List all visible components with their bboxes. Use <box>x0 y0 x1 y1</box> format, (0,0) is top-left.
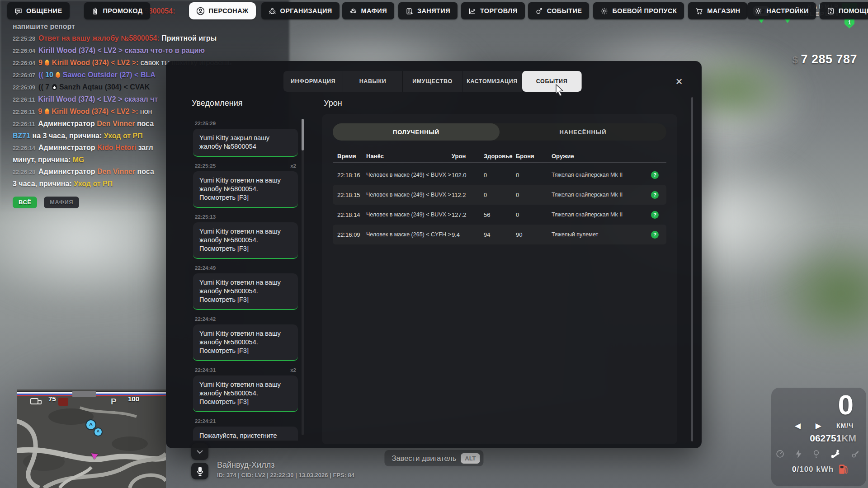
tab-customization[interactable]: КАСТОМИЗАЦИЯ <box>462 71 522 92</box>
damage-table-row: 22:18:14 Человек в маске (249) < BUVX > … <box>333 205 666 225</box>
notification-item[interactable]: 22:24:42 Yumi Kitty ответил на вашу жало… <box>193 316 298 361</box>
odometer: 062751KM <box>810 433 856 444</box>
info-icon[interactable]: ? <box>651 211 659 219</box>
property-marker <box>58 398 68 406</box>
tab-skills[interactable]: НАВЫКИ <box>343 71 403 92</box>
chart-icon <box>468 7 476 15</box>
nav-trade-button[interactable]: ТОРГОВЛЯ <box>461 2 525 19</box>
tab-information[interactable]: ИНФОРМАЦИЯ <box>283 71 343 92</box>
notification-item[interactable]: 22:25:29 Yumi Kitty закрыл вашу жалобу №… <box>193 121 298 157</box>
tab-property[interactable]: ИМУЩЕСТВО <box>403 71 462 92</box>
gear-icon <box>755 7 762 15</box>
chat-icon <box>14 7 22 15</box>
damage-panel: ПОЛУЧЕННЫЙ НАНЕСЁННЫЙ Время Нанёс Урон З… <box>322 114 677 444</box>
engine-gauge-icon <box>776 450 784 458</box>
modal-tabs: ИНФОРМАЦИЯ НАВЫКИ ИМУЩЕСТВО КАСТОМИЗАЦИЯ… <box>283 71 582 92</box>
parking-marker: P <box>111 397 117 407</box>
chat-filter-mafia[interactable]: МАФИЯ <box>44 197 79 208</box>
chat-filter-all[interactable]: ВСЁ <box>13 197 37 208</box>
nav-character-button[interactable]: ПЕРСОНАЖ <box>189 2 256 19</box>
damage-table-row: 22:16:09 Человек в маске (265) < CYFH > … <box>333 225 666 244</box>
burst-icon <box>600 7 608 15</box>
speed-unit: КМ/Ч <box>836 422 854 429</box>
close-icon[interactable]: × <box>671 74 687 89</box>
info-icon[interactable]: ? <box>651 231 659 239</box>
top-nav: ОБЩЕНИЕ ПРОМОКОД ПЕРСОНАЖ ОРГАНИЗАЦИЯ МА… <box>0 0 868 22</box>
money-display: $7 285 787 <box>793 52 857 66</box>
organization-icon <box>269 7 276 15</box>
character-events-modal: ИНФОРМАЦИЯ НАВЫКИ ИМУЩЕСТВО КАСТОМИЗАЦИЯ… <box>166 61 702 448</box>
question-icon <box>827 7 835 15</box>
start-engine-prompt[interactable]: Завести двигатель ALT <box>384 450 483 466</box>
lightbulb-icon <box>813 450 820 458</box>
flame-icon <box>56 72 60 78</box>
damage-table-row: 22:18:15 Человек в маске (249) < BUVX > … <box>333 185 666 205</box>
minimap-value-100: 100 <box>128 395 139 403</box>
nav-battlepass-button[interactable]: БОЕВОЙ ПРОПУСК <box>593 2 684 19</box>
truck-icon <box>30 397 42 406</box>
penguin-icon <box>52 84 57 90</box>
nav-shop-button[interactable]: МАГАЗИН <box>688 2 747 19</box>
mouse-cursor <box>555 84 565 98</box>
info-icon[interactable]: ? <box>651 171 659 179</box>
mafia-icon <box>349 7 357 15</box>
status-bar-center <box>72 391 96 397</box>
subtab-received[interactable]: ПОЛУЧЕННЫЙ <box>333 123 500 141</box>
event-icon <box>535 7 543 15</box>
notifications-title: Уведомления <box>192 99 243 108</box>
seatbelt-icon <box>830 449 840 458</box>
modal-scrollbar[interactable] <box>691 97 693 441</box>
chat-line: напишите репорт <box>13 21 266 33</box>
lightning-icon <box>795 450 802 458</box>
location-label: Вайнвуд-Хиллз <box>217 460 274 470</box>
chat-line: 22:26:04Kirill Wood (374) < LV2 > сказал… <box>13 45 266 57</box>
microphone-button[interactable] <box>191 463 208 479</box>
nav-event-button[interactable]: СОБЫТИЕ <box>528 2 590 19</box>
microphone-icon <box>197 467 203 476</box>
notifications-list: 22:25:29 Yumi Kitty закрыл вашу жалобу №… <box>193 114 298 441</box>
tab-events[interactable]: СОБЫТИЯ <box>522 71 582 92</box>
nav-help-button[interactable]: ПОМОЩЬ <box>820 2 868 19</box>
damage-subtabs: ПОЛУЧЕННЫЙ НАНЕСЁННЫЙ <box>333 123 666 141</box>
flame-icon <box>45 60 49 66</box>
promo-icon <box>91 7 99 15</box>
currency-icon: $ <box>793 54 798 66</box>
scroll-down-button[interactable] <box>191 443 208 460</box>
player-group-marker: ^ <box>94 427 103 436</box>
nav-settings-button[interactable]: НАСТРОЙКИ <box>747 2 816 19</box>
speed-value: 0 <box>838 389 854 421</box>
notification-item[interactable]: 22:24:21 Пожалуйста, пристегните ремень … <box>193 418 298 441</box>
turn-indicators: ◀ ▶ <box>795 421 828 431</box>
fuel-indicator: 0/100 kWh <box>792 464 848 475</box>
vehicle-hud: 0 ◀ ▶ КМ/Ч 062751KM 0/100 kWh <box>771 388 866 486</box>
damage-table-header: Время Нанёс Урон Здоровье Броня Оружие <box>333 150 666 162</box>
nav-organization-button[interactable]: ОРГАНИЗАЦИЯ <box>261 2 340 19</box>
chevron-down-icon <box>196 450 203 454</box>
person-icon <box>196 7 205 15</box>
notification-item[interactable]: 22:25:13 Yumi Kitty ответил на вашу жало… <box>193 214 298 259</box>
notification-item[interactable]: 22:24:31x2 Yumi Kitty ответил на вашу жа… <box>193 367 298 412</box>
notifications-scrollbar[interactable] <box>302 119 304 435</box>
cart-icon <box>695 7 703 15</box>
key-icon <box>851 450 860 458</box>
nav-activities-button[interactable]: ЗАНЯТИЯ <box>398 2 458 19</box>
minimap: 75 P 100 ^ ^ <box>17 389 166 488</box>
chat-line: 22:25:28Ответ на вашу жалобу №5800054: П… <box>13 33 266 45</box>
nav-promocode-button[interactable]: ПРОМОКОД <box>84 2 150 19</box>
damage-title: Урон <box>324 99 342 108</box>
status-info: ID: 374 | CID: LV2 | 22:22:30 | 13.03.20… <box>217 472 354 479</box>
nav-mafia-button[interactable]: МАФИЯ <box>342 2 394 19</box>
table-divider <box>333 162 666 163</box>
info-icon[interactable]: ? <box>651 191 659 199</box>
minimap-value-75: 75 <box>48 395 56 403</box>
damage-table-row: 22:18:16 Человек в маске (249) < BUVX > … <box>333 165 666 185</box>
notification-item[interactable]: 22:24:49 Yumi Kitty ответил на вашу жало… <box>193 265 298 310</box>
fuel-pump-icon <box>838 464 848 475</box>
alt-keycap: ALT <box>461 453 480 464</box>
nav-communication-button[interactable]: ОБЩЕНИЕ <box>7 2 70 19</box>
vehicle-indicators <box>776 449 860 458</box>
notebook-icon <box>406 7 413 15</box>
subtab-dealt[interactable]: НАНЕСЁННЫЙ <box>500 123 666 141</box>
status-bar-left <box>17 391 72 396</box>
notification-item[interactable]: 22:25:25x2 Yumi Kitty ответил на вашу жа… <box>193 163 298 208</box>
